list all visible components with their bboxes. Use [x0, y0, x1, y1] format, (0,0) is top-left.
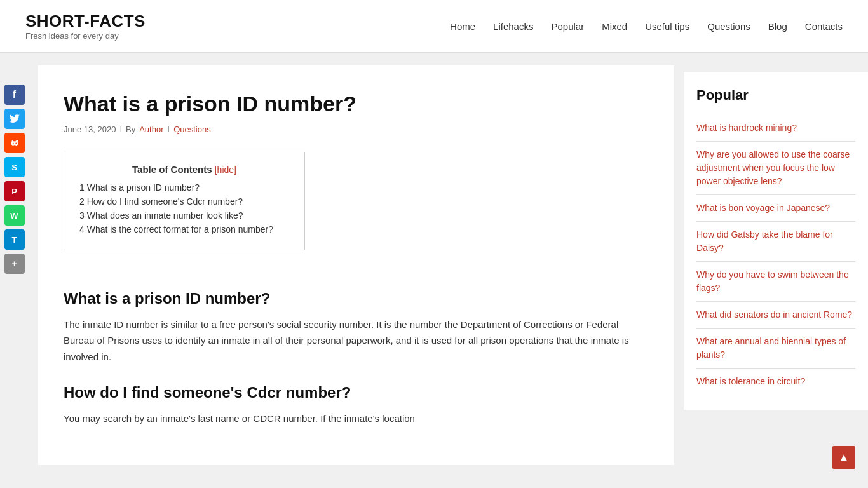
svg-point-3 — [15, 143, 17, 144]
popular-widget-title: Popular — [696, 87, 855, 104]
nav-home[interactable]: Home — [450, 21, 475, 32]
skype-share-button[interactable]: S — [4, 157, 25, 177]
facebook-share-button[interactable]: f — [4, 85, 25, 105]
right-sidebar: Popular What is hardrock mining? Why are… — [684, 65, 868, 465]
nav-contacts[interactable]: Contacts — [805, 21, 843, 32]
toc-link-3[interactable]: 3 What does an inmate number look like? — [79, 210, 243, 220]
sidebar-popular-link-4[interactable]: Why do you have to swim between the flag… — [696, 262, 855, 302]
nav-blog[interactable]: Blog — [768, 21, 787, 32]
main-navigation: Home Lifehacks Popular Mixed Useful tips… — [450, 21, 843, 32]
article-by: By — [126, 125, 135, 134]
social-sidebar: f S P W T + — [0, 65, 29, 465]
whatsapp-share-button[interactable]: W — [4, 205, 25, 226]
site-tagline: Fresh ideas for every day — [25, 31, 146, 41]
back-to-top-button[interactable]: ▲ — [832, 446, 855, 469]
nav-questions[interactable]: Questions — [707, 21, 750, 32]
article-paragraph-1: The inmate ID number is similar to a fre… — [64, 316, 642, 365]
toc-link-2[interactable]: 2 How do I find someone's Cdcr number? — [79, 196, 243, 207]
sidebar-popular-link-7[interactable]: What is tolerance in circuit? — [696, 369, 855, 395]
toc-item-2: 2 How do I find someone's Cdcr number? — [79, 196, 289, 207]
nav-mixed[interactable]: Mixed — [602, 21, 627, 32]
main-content: What is a prison ID number? June 13, 202… — [38, 65, 674, 465]
popular-widget: Popular What is hardrock mining? Why are… — [684, 72, 868, 410]
nav-lifehacks[interactable]: Lifehacks — [493, 21, 533, 32]
article-date: June 13, 2020 — [64, 125, 116, 134]
reddit-share-button[interactable] — [4, 133, 25, 153]
sidebar-popular-link-5[interactable]: What did senators do in ancient Rome? — [696, 302, 855, 329]
nav-useful-tips[interactable]: Useful tips — [645, 21, 689, 32]
article-meta: June 13, 2020 I By Author I Questions — [64, 125, 642, 134]
svg-point-5 — [11, 140, 13, 142]
toc-link-1[interactable]: 1 What is a prison ID number? — [79, 182, 200, 193]
article-author-link[interactable]: Author — [139, 125, 163, 134]
toc-link-4[interactable]: 4 What is the correct format for a priso… — [79, 224, 273, 234]
sidebar-popular-link-3[interactable]: How did Gatsby take the blame for Daisy? — [696, 222, 855, 262]
sidebar-popular-link-6[interactable]: What are annual and biennial types of pl… — [696, 329, 855, 369]
site-header: SHORT-FACTS Fresh ideas for every day Ho… — [0, 0, 868, 53]
sidebar-popular-link-0[interactable]: What is hardrock mining? — [696, 115, 855, 142]
article-paragraph-2: You may search by an inmate's last name … — [64, 410, 642, 427]
sidebar-popular-link-1[interactable]: Why are you allowed to use the coarse ad… — [696, 142, 855, 195]
toc-hide-button[interactable]: [hide] — [215, 165, 236, 175]
sidebar-popular-link-2[interactable]: What is bon voyage in Japanese? — [696, 195, 855, 222]
generic-share-button[interactable]: + — [4, 254, 25, 274]
nav-popular[interactable]: Popular — [551, 21, 584, 32]
site-title: SHORT-FACTS — [25, 11, 146, 31]
meta-separator-2: I — [168, 125, 170, 134]
table-of-contents: Table of Contents [hide] 1 What is a pri… — [64, 152, 305, 250]
article-title: What is a prison ID number? — [64, 91, 642, 117]
svg-point-6 — [17, 140, 18, 142]
page-wrapper: f S P W T + What is a prison ID number? … — [0, 53, 868, 478]
site-branding: SHORT-FACTS Fresh ideas for every day — [25, 11, 146, 41]
toc-list: 1 What is a prison ID number? 2 How do I… — [79, 182, 289, 234]
toc-title: Table of Contents [hide] — [79, 164, 289, 175]
toc-item-3: 3 What does an inmate number look like? — [79, 210, 289, 220]
pinterest-share-button[interactable]: P — [4, 181, 25, 201]
telegram-share-button[interactable]: T — [4, 229, 25, 250]
svg-point-2 — [12, 143, 13, 144]
meta-separator-1: I — [119, 125, 122, 134]
section-heading-1: What is a prison ID number? — [64, 290, 642, 308]
twitter-share-button[interactable] — [4, 109, 25, 129]
article-category-link[interactable]: Questions — [173, 125, 211, 134]
toc-item-4: 4 What is the correct format for a priso… — [79, 224, 289, 234]
section-heading-2: How do I find someone's Cdcr number? — [64, 384, 642, 402]
toc-item-1: 1 What is a prison ID number? — [79, 182, 289, 193]
